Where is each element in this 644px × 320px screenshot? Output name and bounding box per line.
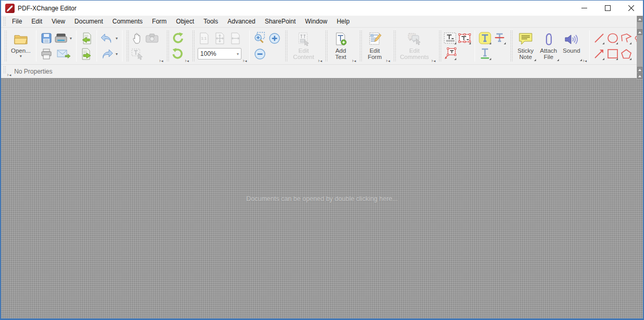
- underline-text-button[interactable]: [478, 46, 492, 61]
- propsbar-overflow-button[interactable]: [637, 73, 642, 79]
- save-button[interactable]: [39, 31, 54, 45]
- corner-dropdown-icon[interactable]: [602, 58, 604, 60]
- text-box-button[interactable]: [457, 31, 472, 45]
- toolbar-drag-handle-icon[interactable]: [285, 30, 288, 62]
- corner-dropdown-icon[interactable]: [629, 58, 631, 60]
- previous-view-button[interactable]: [79, 31, 94, 45]
- group-collapse-icon[interactable]: ⊦◂: [185, 59, 189, 63]
- minimize-button[interactable]: [573, 1, 596, 16]
- menu-tools[interactable]: Tools: [199, 16, 223, 27]
- edit-comments-button[interactable]: Edit Comments: [397, 30, 432, 62]
- redo-button[interactable]: [100, 46, 114, 61]
- corner-dropdown-icon[interactable]: [504, 42, 506, 44]
- snapshot-button[interactable]: [145, 31, 160, 45]
- polyline-tool-button[interactable]: [620, 31, 633, 45]
- close-button[interactable]: [619, 1, 643, 16]
- corner-dropdown-icon[interactable]: [557, 59, 559, 61]
- corner-dropdown-icon[interactable]: [616, 42, 618, 44]
- toolbar-drag-handle-icon[interactable]: [4, 30, 7, 62]
- toolbar-drag-handle-icon[interactable]: [510, 30, 513, 62]
- corner-dropdown-icon[interactable]: [469, 42, 471, 44]
- hand-tool-button[interactable]: [130, 31, 145, 45]
- menu-form[interactable]: Form: [148, 16, 172, 27]
- print-button[interactable]: [39, 46, 54, 61]
- add-text-button[interactable]: Add Text: [329, 30, 352, 62]
- zoom-level-combobox[interactable]: 100% ▾: [198, 48, 241, 60]
- menu-advanced[interactable]: Advanced: [223, 16, 260, 27]
- toolbar-drag-handle-icon[interactable]: [192, 30, 195, 62]
- chevron-down-icon[interactable]: ▾: [114, 36, 119, 41]
- menubar-drag-handle-icon[interactable]: [3, 17, 6, 26]
- toolbar-drag-handle-icon[interactable]: [325, 30, 328, 62]
- zoom-in-button[interactable]: [267, 31, 282, 45]
- open-document-hint[interactable]: Documents can be opened by double clicki…: [246, 195, 397, 203]
- chevron-down-icon[interactable]: ▾: [114, 52, 119, 56]
- corner-dropdown-icon[interactable]: [602, 42, 604, 44]
- menu-document[interactable]: Document: [70, 16, 108, 27]
- toolbar-overflow-button[interactable]: [637, 29, 642, 35]
- sound-button[interactable]: Sound: [560, 30, 583, 62]
- actual-size-button[interactable]: 1:1: [197, 31, 211, 45]
- edit-form-button[interactable]: Edit Form: [363, 30, 386, 62]
- menu-help[interactable]: Help: [332, 16, 355, 27]
- group-collapse-icon[interactable]: ⊦◂: [352, 59, 356, 63]
- toolbar-drag-handle-icon[interactable]: [439, 30, 442, 62]
- toolbar-drag-handle-icon[interactable]: [166, 30, 169, 62]
- typewriter-button[interactable]: [443, 31, 457, 45]
- arrow-tool-button[interactable]: [593, 46, 605, 61]
- chevron-down-icon[interactable]: ▾: [237, 52, 239, 56]
- ellipse-tool-button[interactable]: [606, 31, 619, 45]
- line-tool-button[interactable]: [593, 31, 605, 45]
- fit-page-button[interactable]: [212, 31, 227, 45]
- corner-dropdown-icon[interactable]: [489, 58, 491, 60]
- corner-dropdown-icon[interactable]: [629, 42, 631, 44]
- highlight-text-button[interactable]: [478, 31, 492, 45]
- strikeout-text-button[interactable]: [492, 31, 507, 45]
- fit-width-button[interactable]: [228, 31, 242, 45]
- menu-sharepoint[interactable]: SharePoint: [260, 16, 300, 27]
- maximize-button[interactable]: [596, 1, 619, 16]
- select-text-button[interactable]: [130, 46, 145, 61]
- toolbar-overflow-button[interactable]: [637, 67, 642, 73]
- toolbar-drag-handle-icon[interactable]: [393, 30, 396, 62]
- corner-dropdown-icon[interactable]: [580, 59, 582, 61]
- zoom-out-button[interactable]: [252, 46, 267, 61]
- corner-dropdown-icon[interactable]: [489, 42, 491, 44]
- menubar-overflow-button[interactable]: [637, 16, 642, 22]
- group-collapse-icon[interactable]: ⊦◂: [7, 73, 11, 77]
- propsbar-drag-handle-icon[interactable]: [3, 66, 6, 74]
- rotate-cw-button[interactable]: [171, 46, 185, 61]
- edit-content-button[interactable]: Edit Content: [289, 30, 318, 62]
- menu-window[interactable]: Window: [300, 16, 332, 27]
- sticky-note-button[interactable]: Sticky Note: [514, 30, 537, 62]
- menu-comments[interactable]: Comments: [108, 16, 148, 27]
- toolbar-drag-handle-icon[interactable]: [359, 30, 362, 62]
- email-button[interactable]: [56, 46, 71, 61]
- group-collapse-icon[interactable]: ⊦◂: [243, 59, 247, 63]
- open-button[interactable]: Open... ▾: [8, 30, 33, 62]
- callout-button[interactable]: [443, 46, 457, 61]
- polygon-tool-button[interactable]: [620, 46, 633, 61]
- menu-file[interactable]: File: [7, 16, 27, 27]
- menu-object[interactable]: Object: [172, 16, 199, 27]
- group-collapse-icon[interactable]: ⊦◂: [583, 59, 587, 63]
- document-canvas[interactable]: Documents can be opened by double clicki…: [1, 78, 643, 318]
- toolbar-drag-handle-icon[interactable]: [126, 30, 129, 62]
- corner-dropdown-icon[interactable]: [454, 42, 456, 44]
- menu-view[interactable]: View: [47, 16, 70, 27]
- rectangle-tool-button[interactable]: [606, 46, 619, 61]
- corner-dropdown-icon[interactable]: [534, 59, 536, 61]
- corner-dropdown-icon[interactable]: [616, 58, 618, 60]
- group-collapse-icon[interactable]: ⊦◂: [318, 59, 322, 63]
- scan-button[interactable]: [54, 31, 68, 45]
- corner-dropdown-icon[interactable]: [454, 58, 456, 60]
- group-collapse-icon[interactable]: ⊦◂: [160, 59, 163, 63]
- marquee-zoom-button[interactable]: [252, 31, 267, 45]
- rotate-ccw-button[interactable]: [171, 31, 185, 45]
- chevron-down-icon[interactable]: ▾: [68, 36, 74, 41]
- group-collapse-icon[interactable]: ⊦◂: [432, 59, 435, 63]
- undo-button[interactable]: [100, 31, 114, 45]
- menu-edit[interactable]: Edit: [27, 16, 47, 27]
- group-collapse-icon[interactable]: ⊦◂: [386, 59, 390, 63]
- attach-file-button[interactable]: Attach File: [537, 30, 560, 62]
